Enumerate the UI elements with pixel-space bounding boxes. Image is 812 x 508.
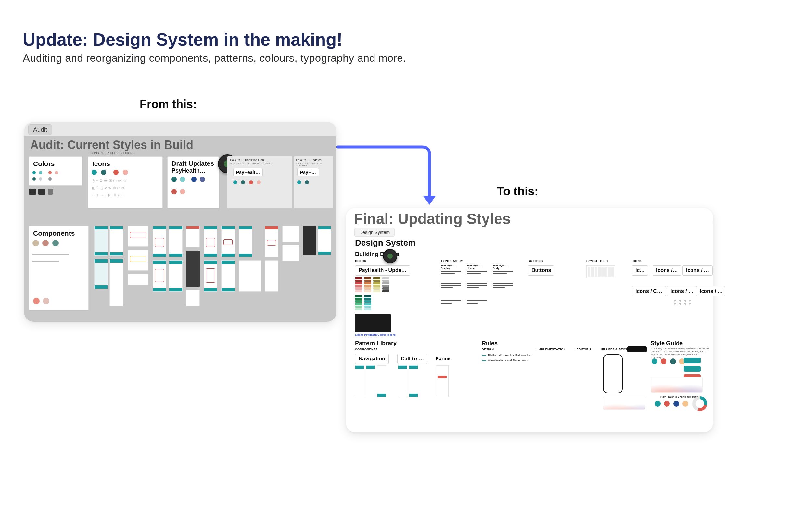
col-color: COLOR — [355, 259, 366, 263]
chip-icons-5: Icons / … — [696, 286, 725, 296]
card-mini-label — [31, 152, 32, 155]
app-store-badge — [627, 346, 647, 352]
card-draft-title: Draft Updates — [168, 157, 219, 167]
card-mini-label: ICONS IN PSY-CURRENT ICONS — [90, 152, 135, 155]
layout-grid-tile — [586, 265, 616, 278]
avatar — [383, 249, 397, 263]
col-design: DESIGN — [482, 348, 494, 351]
label-from: From this: — [140, 97, 197, 111]
col-editorial: EDITORIAL — [576, 348, 594, 351]
audit-row-components: Components — [25, 219, 336, 317]
chip-psyhealth-2: PsyH… — [297, 168, 319, 176]
audit-panel: Audit Audit: Current Styles in Build Col… — [25, 122, 336, 322]
ds-heading: Design System — [355, 238, 416, 248]
typo-h3: Text style — Body — [493, 264, 513, 270]
final-title: Final: Updating Styles — [354, 210, 511, 227]
audit-row-styles: Colors ICONS IN PSY-CURRENT ICONS Icons — [25, 156, 336, 212]
chip-navigation: Navigation — [355, 353, 389, 364]
card-draft-updates: Draft Updates PsyHealth… — [167, 156, 219, 208]
final-panel: Final: Updating Styles Design System Des… — [346, 208, 713, 432]
audit-tag: Audit — [28, 125, 52, 135]
card-draft-sub: PsyHealth… — [168, 167, 219, 177]
col-buttons: BUTTONS — [528, 259, 543, 263]
chip-buttons: Buttons — [528, 265, 555, 276]
typo-h1: Text style — Display — [441, 264, 461, 270]
link-colour-tokens[interactable]: Link to PsyHealth Colour Tokens — [355, 334, 396, 336]
typo-h2: Text style — Header — [467, 264, 487, 270]
typography-grid: Text style — Display Text style — Header… — [441, 264, 519, 313]
chip-psyhealth-upda: PsyHealth - Upda… — [355, 265, 410, 276]
col-implementation: IMPLEMENTATION — [537, 348, 566, 351]
col-components: COMPONENTS — [355, 348, 378, 351]
transition-arrow-icon — [338, 140, 442, 211]
colours-block-2-sub: PROCESSED CURRENT COLOURS — [296, 162, 333, 167]
page-header: Update: Design System in the making! Aud… — [0, 0, 812, 71]
card-colours-title: Colors — [29, 157, 82, 168]
chip-psyhealth-1: PsyHealt… — [233, 168, 263, 176]
section-pattern-library: Pattern Library — [355, 340, 396, 347]
card-icons-title: Icons — [88, 157, 162, 168]
chip-icons-3: Icons / C… — [632, 286, 666, 296]
label-to: To this: — [497, 184, 538, 198]
section-rules: Rules — [482, 340, 497, 347]
card-components-title: Components — [29, 226, 88, 237]
chip-icons-2: Icons / … — [682, 265, 713, 276]
colours-block-2-label: Colours — Updates — [296, 158, 322, 162]
phone-outline — [603, 354, 623, 393]
card-icons: ICONS IN PSY-CURRENT ICONS Icons ◷ ⌂ ⚙ ☰… — [88, 156, 163, 208]
colours-block-1-sub: NEXT SET OF THE POW APP STYLINGS — [230, 162, 273, 164]
donut-chart-icon — [691, 395, 708, 412]
rule-2: Visualizations and Placements — [482, 359, 528, 362]
audit-title: Audit: Current Styles in Build — [30, 138, 193, 152]
col-typography: TYPOGRAPHY — [441, 259, 463, 263]
colours-block-1-label: Colours — Transition Plan — [230, 158, 264, 162]
page-title: Update: Design System in the making! — [23, 29, 789, 49]
chip-icons-4: Icons / … — [667, 286, 697, 296]
forms-label: Forms — [436, 355, 450, 361]
card-components: Components — [29, 226, 89, 310]
chip-icons-0: Ic… — [632, 265, 648, 276]
chip-cta: Call-to-… — [397, 353, 427, 364]
code-block — [355, 314, 391, 332]
chip-icons-1: Icons /… — [653, 265, 681, 276]
page-subtitle: Auditing and reorganizing components, pa… — [23, 52, 789, 65]
card-colours: Colors — [29, 156, 83, 185]
section-style-guide: Style Guide — [651, 340, 683, 347]
col-icons: ICONS — [632, 259, 642, 263]
col-layout-grid: LAYOUT GRID — [586, 259, 608, 263]
rule-1: Platform/Connection Patterns list — [482, 353, 531, 357]
ds-tag: Design System — [354, 228, 395, 237]
style-guide-swatches — [651, 357, 686, 367]
